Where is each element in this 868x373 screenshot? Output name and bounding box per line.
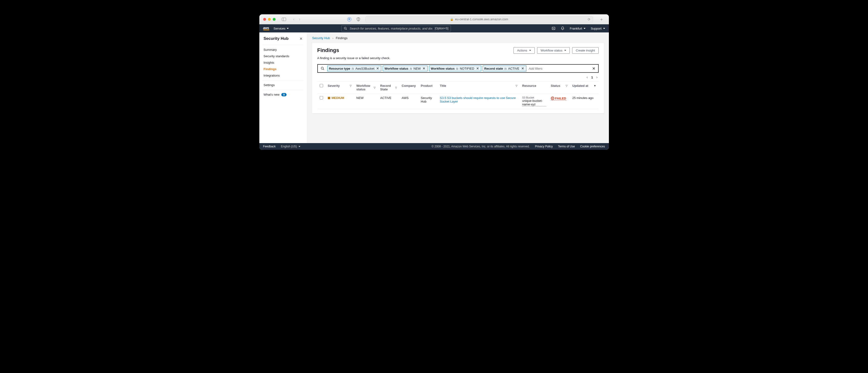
aws-top-nav: aws Services [Option+S] F [259,24,609,32]
cell-company: AWS [399,94,418,109]
cookies-link[interactable]: Cookie preferences [580,145,605,148]
remove-chip-icon[interactable]: ✕ [422,66,426,70]
cell-product: Security Hub [418,94,438,109]
region-selector[interactable]: Frankfurt [570,27,586,30]
table-header-row: Severity▽ Workflow status▽ Record State▽… [317,82,599,94]
remove-chip-icon[interactable]: ✕ [376,66,380,70]
terms-link[interactable]: Terms of Use [558,145,575,148]
new-tab-icon[interactable]: ＋ [599,17,603,22]
page-title: Findings [317,47,390,54]
lock-icon: 🔒 [450,18,454,21]
sidebar-item-integrations[interactable]: Integrations [259,72,307,79]
password-icon[interactable]: ① [347,17,351,22]
page-next-icon[interactable]: › [596,75,597,80]
bell-icon[interactable] [561,27,564,30]
sidebar-item-summary[interactable]: Summary [259,46,307,53]
cell-updated: 25 minutes ago [570,94,599,109]
nav-arrows: ‹ › [293,17,300,22]
browser-window: ‹ › ① 🔒 eu-central-1.console.aws.amazon.… [259,14,609,150]
resource-type-label: S3 Bucket [522,96,546,99]
back-icon[interactable]: ‹ [293,17,294,22]
filter-chip[interactable]: Record state is ACTIVE ✕ [483,66,526,71]
svg-line-1 [346,29,347,30]
severity-badge: MEDIUM [328,96,344,100]
svg-point-3 [321,67,323,69]
sort-icon[interactable]: ▽ [566,85,568,87]
sort-icon[interactable]: ▽ [395,86,397,89]
shield-icon[interactable] [356,17,361,22]
language-selector[interactable]: English (US) [281,145,300,148]
address-bar[interactable]: 🔒 eu-central-1.console.aws.amazon.com ⟳ [365,16,593,23]
breadcrumb-current: Findings [336,36,347,40]
sort-icon[interactable]: ▼ [594,85,596,87]
privacy-link[interactable]: Privacy Policy [535,145,553,148]
close-icon[interactable]: ✕ [300,36,303,41]
table-row[interactable]: MEDIUM NEW ACTIVE AWS Security Hub S3.5 … [317,94,599,109]
clear-filters-icon[interactable]: ✕ [592,66,597,71]
pagination: ‹ 1 › [318,75,598,80]
feedback-link[interactable]: Feedback [263,145,276,148]
resource-name[interactable]: unique-bucket-name-xyz [522,99,546,106]
window-controls[interactable] [263,18,276,21]
sort-icon[interactable]: ▽ [350,85,352,87]
create-insight-button[interactable]: Create insight [572,47,598,54]
search-icon [319,66,326,70]
whatsnew-badge: 9 [281,93,286,96]
filter-chip[interactable]: Workflow status is NEW ✕ [383,66,428,71]
cell-record: ACTIVE [378,94,399,109]
chevron-right-icon: › [332,36,333,40]
add-filters-input[interactable]: Add filters [528,67,591,70]
caret-down-icon [287,28,289,29]
page-subtitle: A finding is a security issue or a faile… [317,56,390,60]
caret-down-icon [299,146,300,147]
reload-icon[interactable]: ⟳ [588,18,591,21]
page-prev-icon[interactable]: ‹ [587,75,588,80]
main-content: Security Hub › Findings Findings A findi… [307,32,609,143]
svg-point-0 [344,27,346,29]
caret-down-icon [529,50,531,51]
filter-chip[interactable]: Workflow status is NOTIFIED ✕ [429,66,481,71]
failed-icon: ✕ [551,97,554,100]
cell-workflow: NEW [354,94,378,109]
select-all-checkbox[interactable] [320,84,323,87]
sidebar-item-standards[interactable]: Security standards [259,53,307,59]
cloudshell-icon[interactable] [552,27,555,30]
services-menu[interactable]: Services [274,27,289,30]
sort-icon[interactable]: ▽ [374,86,376,89]
sort-icon[interactable]: ▽ [516,85,518,87]
url-text: eu-central-1.console.aws.amazon.com [455,18,508,21]
status-badge[interactable]: ✕ FAILED [551,97,566,100]
svg-line-4 [323,69,324,70]
aws-logo[interactable]: aws [263,26,269,30]
search-icon [344,27,347,30]
breadcrumb-root[interactable]: Security Hub [312,36,330,40]
row-checkbox[interactable] [320,96,323,99]
remove-chip-icon[interactable]: ✕ [476,66,479,70]
global-search-input[interactable] [349,27,432,30]
sidebar-item-settings[interactable]: Settings [259,82,307,88]
caret-down-icon [564,50,566,51]
finding-title-link[interactable]: S3.5 S3 buckets should require requests … [440,96,516,103]
filter-chip[interactable]: Resource type is AwsS3Bucket ✕ [327,66,381,71]
sidebar-item-whatsnew[interactable]: What's new 9 [259,91,307,98]
service-sidebar: Security Hub ✕ Summary Security standard… [259,32,307,143]
workflow-status-button[interactable]: Workflow status [537,47,570,54]
sidebar-item-insights[interactable]: Insights [259,59,307,66]
copyright-text: © 2008 - 2021, Amazon Web Services, Inc.… [432,145,530,148]
sidebar-title: Security Hub [264,36,289,41]
remove-chip-icon[interactable]: ✕ [521,66,525,70]
filter-bar[interactable]: Resource type is AwsS3Bucket ✕ Workflow … [317,64,599,73]
findings-table: Severity▽ Workflow status▽ Record State▽… [317,81,599,109]
actions-button[interactable]: Actions [514,47,535,54]
forward-icon[interactable]: › [299,17,300,22]
browser-toolbar: ‹ › ① 🔒 eu-central-1.console.aws.amazon.… [259,14,609,24]
search-shortcut: [Option+S] [435,27,448,30]
console-footer: Feedback English (US) © 2008 - 2021, Ama… [259,143,609,150]
findings-panel: Findings A finding is a security issue o… [312,43,604,114]
sidebar-item-findings[interactable]: Findings [259,66,307,72]
caret-down-icon [603,28,605,29]
support-menu[interactable]: Support [591,27,605,30]
global-search[interactable]: [Option+S] [341,25,451,31]
caret-down-icon [584,28,586,29]
sidebar-toggle-icon[interactable] [282,18,286,21]
